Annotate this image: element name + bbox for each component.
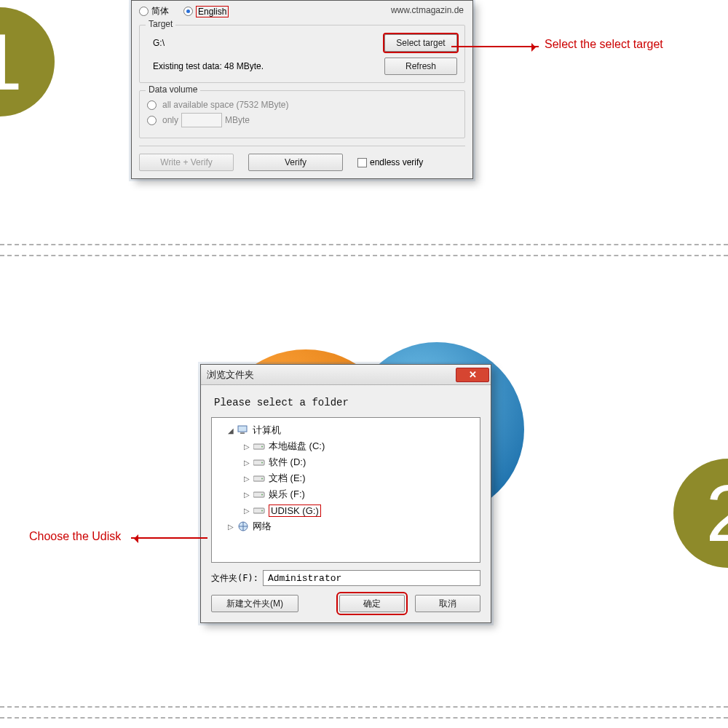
tree-node-drive-c[interactable]: ▷ 本地磁盘 (C:) [215,438,477,454]
drive-icon [253,472,266,484]
folder-input[interactable] [263,570,480,586]
titlebar: 浏览文件夹 ✕ [201,365,491,385]
radio-icon [183,7,193,16]
tree-node-drive-g-udisk[interactable]: ▷ UDISK (G:) [215,502,477,518]
cancel-label: 取消 [439,598,456,610]
anno-choose-udisk: Choose the Udisk [29,530,121,543]
svg-point-3 [261,446,263,448]
drive-icon [253,456,266,468]
tree-node-computer[interactable]: ◢ 计算机 [215,422,477,438]
tree-node-network[interactable]: ▷ 网络 [215,518,477,534]
write-verify-button[interactable]: Write + Verify [139,154,234,171]
radio-icon [147,116,157,125]
tree-label: 计算机 [253,424,281,437]
select-target-button[interactable]: Select target [384,34,457,52]
tree-node-drive-e[interactable]: ▷ 文档 (E:) [215,470,477,486]
volume-legend: Data volume [146,84,200,95]
drive-icon [253,488,266,500]
h2testw-window: www.ctmagazin.de 简体 English Target G:\ S… [131,0,473,179]
tree-label: 娱乐 (F:) [269,488,305,501]
tree-label: 文档 (E:) [269,472,306,485]
action-row: Write + Verify Verify endless verify [139,154,465,171]
target-group: Target G:\ Select target Existing test d… [139,25,465,83]
volume-all-label: all available space (7532 MByte) [162,100,288,110]
target-path: G:\ [147,38,165,48]
refresh-button[interactable]: Refresh [384,58,457,75]
chevron-right-icon: ▷ [242,507,251,515]
lang-simplified-label: 简体 [151,5,169,17]
arrow-to-udisk [131,537,207,539]
lang-english-label: English [196,6,229,17]
write-verify-label: Write + Verify [160,157,212,167]
svg-point-9 [261,494,263,496]
folder-label: 文件夹(F): [211,572,258,585]
target-legend: Target [146,19,175,29]
svg-point-7 [261,478,263,480]
dashed-separator [0,255,728,256]
dashed-separator [0,717,728,719]
folder-name-row: 文件夹(F): [211,570,480,586]
verify-label: Verify [285,157,306,167]
close-icon: ✕ [469,369,477,380]
drive-icon [253,440,266,452]
ok-label: 确定 [363,598,381,610]
folder-tree[interactable]: ◢ 计算机 ▷ 本地磁盘 (C:) ▷ [211,417,480,563]
step-badge-2: 2 [673,459,728,568]
existing-data-label: Existing test data: 48 MByte. [147,61,264,71]
refresh-label: Refresh [405,61,436,71]
tree-label: 本地磁盘 (C:) [269,440,325,453]
lang-english[interactable]: English [183,6,229,17]
tree-label: UDISK (G:) [269,505,321,517]
chevron-right-icon: ▷ [242,491,251,499]
endless-verify-option[interactable]: endless verify [357,157,423,167]
close-button[interactable]: ✕ [456,368,489,382]
cancel-button[interactable]: 取消 [415,595,480,612]
volume-all-option[interactable]: all available space (7532 MByte) [147,100,457,110]
svg-rect-1 [240,432,245,434]
tree-label: 软件 (D:) [269,456,306,469]
ok-button[interactable]: 确定 [339,595,405,612]
chevron-down-icon: ◢ [226,427,235,435]
anno-select-target: Select the select target [545,38,663,51]
arrow-to-select-target [451,46,539,47]
chevron-right-icon: ▷ [242,443,251,451]
tree-node-drive-d[interactable]: ▷ 软件 (D:) [215,454,477,470]
dialog-buttons: 新建文件夹(M) 确定 取消 [211,595,480,612]
radio-icon [139,7,149,16]
checkbox-icon [357,158,367,167]
chevron-right-icon: ▷ [242,459,251,467]
computer-icon [237,424,250,436]
dashed-separator [0,244,728,245]
volume-only-input[interactable] [181,113,222,127]
new-folder-button[interactable]: 新建文件夹(M) [211,595,298,612]
volume-only-label: only [162,115,178,125]
vendor-url: www.ctmagazin.de [391,5,464,15]
step-number-1: 1 [0,22,23,102]
network-icon [237,521,250,532]
radio-icon [147,100,157,110]
chevron-right-icon: ▷ [226,523,235,531]
drive-icon [253,505,266,516]
svg-point-5 [261,462,263,464]
select-target-label: Select target [396,38,445,48]
new-folder-label: 新建文件夹(M) [226,598,283,610]
data-volume-group: Data volume all available space (7532 MB… [139,90,465,138]
browse-folder-dialog: 浏览文件夹 ✕ Please select a folder ◢ 计算机 ▷ [200,364,491,623]
endless-verify-label: endless verify [370,157,423,167]
volume-unit-label: MByte [225,115,250,125]
lang-simplified[interactable]: 简体 [139,5,169,17]
step-badge-1: 1 [0,7,55,116]
dashed-separator [0,706,728,708]
step-number-2: 2 [705,473,728,553]
svg-point-11 [261,510,263,512]
tree-node-drive-f[interactable]: ▷ 娱乐 (F:) [215,486,477,502]
divider [139,146,465,146]
dialog-instruction: Please select a folder [214,397,480,408]
verify-button[interactable]: Verify [248,154,343,171]
svg-rect-0 [238,426,247,432]
volume-only-option[interactable]: only MByte [147,113,457,127]
chevron-right-icon: ▷ [242,475,251,483]
dialog-title: 浏览文件夹 [207,368,254,381]
tree-label: 网络 [253,520,272,533]
